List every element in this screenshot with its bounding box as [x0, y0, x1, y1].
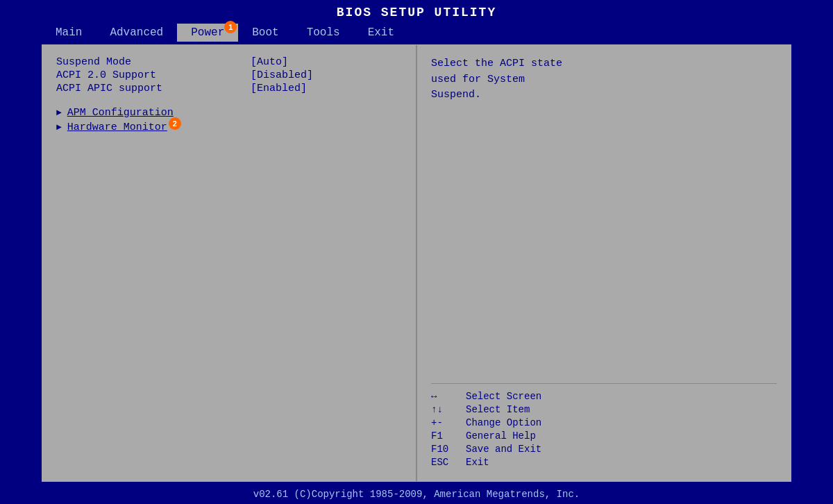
key-row-4: F10 Save and Exit	[431, 444, 777, 455]
menu-item-main[interactable]: Main	[42, 24, 96, 42]
footer: v02.61 (C)Copyright 1985-2009, American …	[0, 485, 833, 504]
key-row-3: F1 General Help	[431, 430, 777, 442]
submenu-arrow-hwmon: ►	[56, 122, 62, 133]
key-desc-5: Exit	[466, 457, 489, 468]
key-row-0: ↔ Select Screen	[431, 391, 777, 402]
setting-name-suspend: Suspend Mode	[56, 56, 251, 68]
key-help-section: ↔ Select Screen ↑↓ Select Item +- Change…	[431, 383, 777, 470]
setting-value-suspend: [Auto]	[251, 56, 288, 68]
key-desc-0: Select Screen	[466, 391, 541, 402]
setting-name-acpi20: ACPI 2.0 Support	[56, 69, 251, 81]
submenu-label-apm: APM Configuration	[67, 107, 174, 119]
key-desc-1: Select Item	[466, 404, 530, 415]
help-text: Select the ACPI state used for System Su…	[431, 56, 777, 103]
setting-row-acpi20[interactable]: ACPI 2.0 Support [Disabled]	[56, 69, 402, 81]
submenu-hardware-monitor[interactable]: ► Hardware Monitor 2	[56, 121, 402, 133]
key-desc-4: Save and Exit	[466, 444, 541, 455]
menu-bar: Main Advanced Power 1 Boot Tools Exit	[0, 22, 833, 42]
setting-row-suspend-mode[interactable]: Suspend Mode [Auto]	[56, 56, 402, 68]
key-desc-2: Change Option	[466, 417, 541, 428]
setting-value-acpi-apic: [Enabled]	[251, 83, 307, 94]
right-panel: Select the ACPI state used for System Su…	[417, 45, 791, 481]
setting-name-acpi-apic: ACPI APIC support	[56, 83, 251, 94]
bios-title: BIOS SETUP UTILITY	[0, 0, 833, 22]
main-content: Suspend Mode [Auto] ACPI 2.0 Support [Di…	[42, 44, 791, 482]
key-sym-4: F10	[431, 444, 466, 455]
key-sym-2: +-	[431, 417, 466, 428]
key-sym-5: ESC	[431, 457, 466, 468]
setting-value-acpi20: [Disabled]	[251, 69, 313, 81]
setting-row-acpi-apic[interactable]: ACPI APIC support [Enabled]	[56, 83, 402, 94]
menu-item-power[interactable]: Power 1	[177, 24, 238, 42]
menu-item-tools[interactable]: Tools	[293, 24, 354, 42]
menu-item-boot[interactable]: Boot	[238, 24, 292, 42]
key-sym-0: ↔	[431, 391, 466, 402]
left-panel: Suspend Mode [Auto] ACPI 2.0 Support [Di…	[42, 45, 417, 481]
key-row-5: ESC Exit	[431, 457, 777, 468]
power-menu-badge: 1	[224, 21, 237, 33]
submenu-label-hwmon: Hardware Monitor 2	[67, 121, 167, 133]
settings-table: Suspend Mode [Auto] ACPI 2.0 Support [Di…	[56, 56, 402, 133]
key-row-1: ↑↓ Select Item	[431, 404, 777, 415]
key-desc-3: General Help	[466, 430, 536, 442]
key-sym-3: F1	[431, 430, 466, 442]
submenu-arrow-apm: ►	[56, 108, 62, 118]
menu-item-advanced[interactable]: Advanced	[96, 24, 177, 42]
key-sym-1: ↑↓	[431, 404, 466, 415]
menu-item-exit[interactable]: Exit	[354, 24, 408, 42]
submenu-apm[interactable]: ► APM Configuration	[56, 107, 402, 119]
hwmon-badge: 2	[169, 117, 181, 130]
divider	[431, 383, 777, 384]
key-row-2: +- Change Option	[431, 417, 777, 428]
